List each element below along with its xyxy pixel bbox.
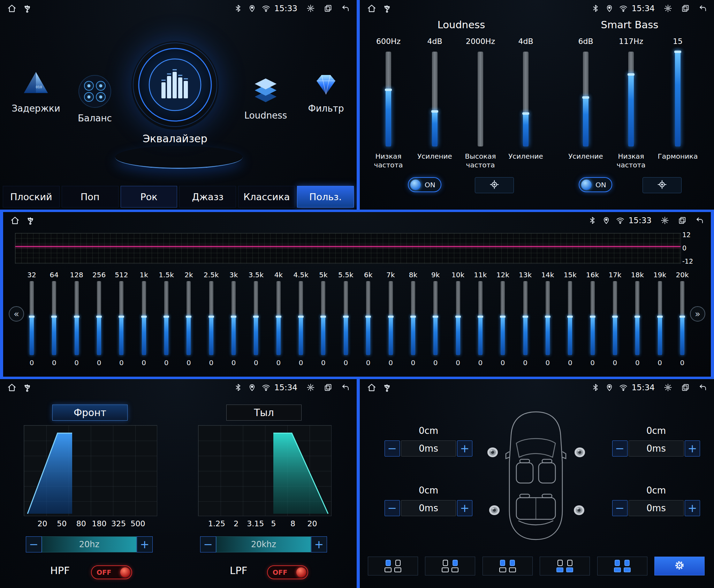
band-track[interactable] <box>478 281 483 355</box>
brightness-icon[interactable] <box>661 216 669 225</box>
band-track[interactable] <box>209 281 213 355</box>
eq-band-8k[interactable]: 8k0 <box>405 271 421 367</box>
eq-band-32[interactable]: 320 <box>23 271 40 367</box>
eq-band-4k[interactable]: 4k0 <box>270 271 287 367</box>
smartbass-on-toggle[interactable]: ON <box>579 177 612 192</box>
home-icon[interactable] <box>7 383 17 392</box>
preset-button-5[interactable]: Классика <box>238 186 295 208</box>
band-track[interactable] <box>635 281 639 355</box>
eq-band-10k[interactable]: 10k0 <box>450 271 466 367</box>
band-track[interactable] <box>119 281 123 355</box>
delay-plus-button[interactable]: + <box>457 500 472 516</box>
brightness-icon[interactable] <box>664 383 672 392</box>
slider-track[interactable] <box>628 52 634 146</box>
recent-apps-icon[interactable] <box>324 383 332 392</box>
band-track[interactable] <box>433 281 438 355</box>
brightness-icon[interactable] <box>306 4 315 13</box>
slider-track[interactable] <box>386 52 391 146</box>
eq-band-11k[interactable]: 11k0 <box>472 271 489 367</box>
back-icon[interactable] <box>696 216 704 225</box>
listener-position-button-2[interactable] <box>425 557 475 575</box>
band-track[interactable] <box>321 281 325 355</box>
eq-band-4.5k[interactable]: 4.5k0 <box>293 271 309 367</box>
hpf-frequency-value[interactable]: 20hz <box>42 536 137 552</box>
preset-button-4[interactable]: Джазз <box>179 186 236 208</box>
back-icon[interactable] <box>341 383 350 392</box>
band-track[interactable] <box>231 281 236 355</box>
preset-button-1[interactable]: Плоский <box>3 186 60 208</box>
recent-apps-icon[interactable] <box>324 4 332 13</box>
loudness-target-button[interactable] <box>475 177 514 193</box>
band-track[interactable] <box>523 281 527 355</box>
tab-front[interactable]: Фронт <box>52 405 128 421</box>
back-icon[interactable] <box>699 383 707 392</box>
lpf-off-toggle[interactable]: OFF <box>267 565 308 579</box>
eq-band-17k[interactable]: 17k0 <box>607 271 623 367</box>
slider-track[interactable] <box>523 52 529 146</box>
eq-band-512[interactable]: 5120 <box>113 271 130 367</box>
band-track[interactable] <box>164 281 168 355</box>
eq-band-256[interactable]: 2560 <box>91 271 107 367</box>
menu-item-equalizer[interactable]: Эквалайзер <box>130 41 220 145</box>
eq-band-9k[interactable]: 9k0 <box>427 271 444 367</box>
recent-apps-icon[interactable] <box>678 216 686 225</box>
delay-minus-button[interactable]: − <box>385 440 400 457</box>
eq-band-3k[interactable]: 3k0 <box>225 271 242 367</box>
eq-band-18k[interactable]: 18k0 <box>629 271 646 367</box>
band-track[interactable] <box>75 281 79 355</box>
menu-item-balance[interactable]: Баланс <box>74 74 116 123</box>
eq-band-13k[interactable]: 13k0 <box>517 271 534 367</box>
eq-band-2k[interactable]: 2k0 <box>180 271 197 367</box>
home-icon[interactable] <box>10 216 20 225</box>
recent-apps-icon[interactable] <box>681 4 690 13</box>
listener-position-button-3[interactable] <box>483 557 533 575</box>
lpf-frequency-value[interactable]: 20khz <box>216 536 311 552</box>
band-track[interactable] <box>299 281 303 355</box>
eq-band-1.5k[interactable]: 1.5k0 <box>158 271 175 367</box>
band-track[interactable] <box>142 281 146 355</box>
band-track[interactable] <box>658 281 662 355</box>
eq-band-2.5k[interactable]: 2.5k0 <box>203 271 220 367</box>
delay-plus-button[interactable]: + <box>457 440 472 457</box>
back-icon[interactable] <box>341 4 350 13</box>
preset-button-2[interactable]: Поп <box>62 186 119 208</box>
recent-apps-icon[interactable] <box>681 383 690 392</box>
hpf-plus-button[interactable]: + <box>137 536 153 552</box>
band-track[interactable] <box>680 281 684 355</box>
home-icon[interactable] <box>367 383 377 392</box>
menu-item-loudness[interactable]: Loudness <box>245 74 287 121</box>
lpf-plus-button[interactable]: + <box>311 536 327 552</box>
band-track[interactable] <box>52 281 56 355</box>
band-track[interactable] <box>613 281 617 355</box>
listener-position-button-5[interactable] <box>597 557 647 575</box>
eq-band-16k[interactable]: 16k0 <box>584 271 601 367</box>
lpf-minus-button[interactable]: − <box>200 536 216 552</box>
eq-band-64[interactable]: 640 <box>46 271 62 367</box>
delay-minus-button[interactable]: − <box>612 500 628 516</box>
slider-track[interactable] <box>432 52 438 146</box>
delay-plus-button[interactable]: + <box>685 440 700 457</box>
band-track[interactable] <box>30 281 34 355</box>
band-track[interactable] <box>591 281 595 355</box>
eq-band-19k[interactable]: 19k0 <box>652 271 668 367</box>
eq-band-12k[interactable]: 12k0 <box>494 271 511 367</box>
band-track[interactable] <box>366 281 370 355</box>
page-right-button[interactable]: » <box>690 306 705 322</box>
smartbass-target-button[interactable] <box>643 177 682 193</box>
loudness-on-toggle[interactable]: ON <box>408 177 441 192</box>
page-left-button[interactable]: « <box>9 306 24 322</box>
band-track[interactable] <box>411 281 415 355</box>
band-track[interactable] <box>501 281 505 355</box>
slider-track[interactable] <box>478 52 483 146</box>
band-track[interactable] <box>97 281 101 355</box>
eq-band-6k[interactable]: 6k0 <box>360 271 377 367</box>
eq-band-1k[interactable]: 1k0 <box>136 271 152 367</box>
eq-band-5.5k[interactable]: 5.5k0 <box>337 271 354 367</box>
menu-item-filter[interactable]: Фильтр <box>307 70 345 114</box>
eq-band-20k[interactable]: 20k0 <box>674 271 691 367</box>
band-track[interactable] <box>546 281 550 355</box>
home-icon[interactable] <box>367 3 377 13</box>
eq-band-7k[interactable]: 7k0 <box>382 271 399 367</box>
band-track[interactable] <box>254 281 258 355</box>
band-track[interactable] <box>276 281 281 355</box>
